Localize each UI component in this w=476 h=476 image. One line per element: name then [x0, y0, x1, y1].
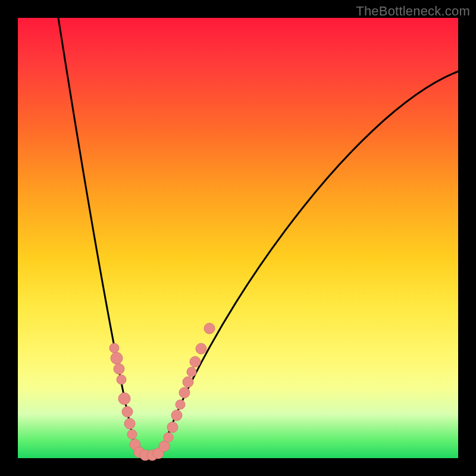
- chart-svg: [18, 18, 458, 458]
- data-marker: [111, 352, 123, 364]
- data-marker: [114, 364, 124, 374]
- data-marker: [190, 356, 201, 367]
- watermark-text: TheBottleneck.com: [356, 4, 470, 19]
- bottleneck-curve: [58, 18, 458, 455]
- data-marker: [176, 400, 185, 409]
- data-marker: [164, 433, 173, 442]
- data-marker: [118, 393, 130, 405]
- data-marker: [124, 418, 135, 429]
- data-marker: [179, 387, 190, 398]
- data-marker: [122, 406, 133, 417]
- data-marker: [183, 377, 193, 387]
- data-marker: [187, 367, 196, 377]
- data-marker: [204, 323, 215, 334]
- data-marker: [171, 410, 182, 421]
- marker-group: [109, 323, 215, 461]
- data-marker: [196, 343, 206, 354]
- data-marker: [159, 441, 170, 452]
- data-marker: [109, 343, 119, 353]
- data-marker: [117, 375, 126, 384]
- data-marker: [167, 422, 178, 433]
- plot-area: [18, 18, 458, 458]
- data-marker: [127, 430, 137, 439]
- chart-frame: TheBottleneck.com: [0, 0, 476, 476]
- curve-group: [58, 18, 458, 455]
